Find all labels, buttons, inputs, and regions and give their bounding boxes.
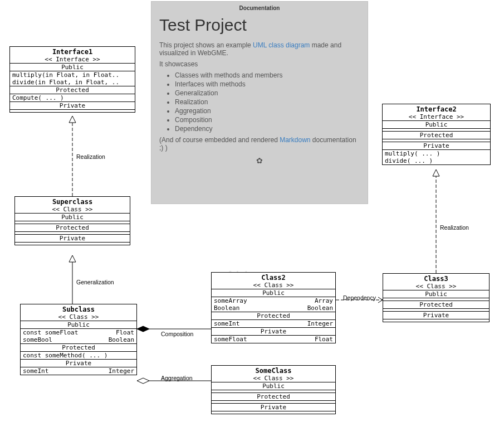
member: multiply( ... ) [383,150,490,157]
node-stereotype: << Class >> [15,206,130,213]
section-private: Private [212,404,335,411]
svg-line-10 [378,300,383,303]
node-class3[interactable]: Class3 << Class >> Public Protected Priv… [383,273,490,322]
node-stereotype: << Interface >> [383,113,490,120]
node-class2[interactable]: Class2 << Class >> Public someArrayArray… [211,272,336,343]
node-interface2[interactable]: Interface2 << Interface >> Public Protec… [382,104,491,165]
node-header: SomeClass << Class >> [212,366,335,382]
node-header: Superclass << Class >> [15,197,130,214]
member: someIntInteger [21,367,136,375]
section-private: Private [15,235,130,243]
section-protected: Protected [15,224,130,232]
node-header: Interface2 << Interface >> [383,104,490,121]
doc-item: Composition [175,116,360,124]
documentation-panel[interactable]: Documentation Test Project This project … [151,1,368,204]
svg-line-9 [378,297,383,300]
node-stereotype: << Interface >> [10,56,135,63]
section-public: Public [212,382,335,390]
section-private: Private [21,360,136,367]
section-private: Private [383,312,489,319]
edge-label-generalization: Generalization [76,279,114,285]
edge-label-realization1: Realization [76,153,105,160]
node-stereotype: << Class >> [21,313,136,321]
section-private: Private [10,102,135,110]
svg-marker-5 [137,326,149,332]
doc-item: Generalization [175,89,360,97]
node-title: Subclass [21,306,136,313]
doc-item: Interfaces with methods [175,80,360,88]
node-title: Interface2 [383,105,490,113]
section-public: Public [212,289,335,297]
node-title: SomeClass [212,367,335,375]
section-protected: Protected [10,86,135,94]
node-header: Class2 << Class >> [212,273,335,289]
section-public: Public [383,290,489,298]
node-title: Class3 [383,275,489,283]
doc-link-uml[interactable]: UML class diagram [253,41,310,49]
section-public: Public [383,121,490,129]
section-protected: Protected [21,344,136,352]
node-superclass[interactable]: Superclass << Class >> Public Protected … [14,196,130,245]
svg-marker-3 [69,255,76,262]
member: Compute( ... ) [10,94,135,101]
section-public: Public [10,64,135,71]
member: someFloatFloat [212,336,335,343]
svg-marker-7 [137,378,149,384]
member: BooleanBoolean [212,304,335,312]
doc-item: Dependency [175,125,360,133]
doc-link-markdown[interactable]: Markdown [280,136,310,144]
edge-label-composition: Composition [161,331,193,337]
member: someBoolBoolean [21,336,136,343]
section-public: Public [21,321,136,329]
section-public: Public [15,214,130,221]
node-header: Subclass << Class >> [21,304,136,321]
member: divide( ... ) [383,157,490,164]
node-stereotype: << Class >> [212,375,335,382]
svg-marker-1 [69,116,76,123]
node-header: Interface1 << Interface >> [10,47,135,64]
node-subclass[interactable]: Subclass << Class >> Public const someFl… [20,304,137,375]
node-stereotype: << Class >> [212,282,335,289]
edge-label-aggregation: Aggregation [161,375,193,381]
node-title: Superclass [15,198,130,206]
doc-showcases-label: It showcases [159,60,360,68]
member: someIntInteger [212,320,335,327]
node-title: Class2 [212,274,335,282]
edge-label-realization2: Realization [440,224,469,231]
node-stereotype: << Class >> [383,283,489,290]
member: const someMethod( ... ) [21,352,136,359]
node-someclass[interactable]: SomeClass << Class >> Public Protected P… [211,365,336,414]
section-private: Private [212,328,335,336]
member: const someFloatFloat [21,329,136,336]
node-header: Class3 << Class >> [383,274,489,290]
section-private: Private [383,142,490,150]
section-protected: Protected [212,393,335,401]
section-protected: Protected [383,132,490,139]
doc-header: Documentation [159,5,360,11]
node-interface1[interactable]: Interface1 << Interface >> Public multip… [9,46,135,113]
doc-intro: This project shows an example UML class … [159,41,360,57]
doc-item: Realization [175,98,360,106]
member: divide(in Float, in Float, .. [10,79,135,86]
svg-marker-12 [433,169,439,176]
uml-canvas: ALL Realization Generalization Compositi… [0,0,504,441]
doc-title: Test Project [159,16,360,35]
section-protected: Protected [212,312,335,320]
node-title: Interface1 [10,48,135,56]
doc-footer: (And of course embedded and rendered Mar… [159,136,360,152]
member: multiply(in Float, in Float.. [10,71,135,79]
doc-item: Aggregation [175,107,360,115]
doc-showcase-list: Classes with methods and members Interfa… [159,71,360,133]
doc-item: Classes with methods and members [175,71,360,79]
edge-label-dependency: Dependency [343,294,376,301]
member: someArrayArray [212,297,335,304]
gear-icon[interactable]: ✿ [159,156,360,165]
section-protected: Protected [383,301,489,309]
